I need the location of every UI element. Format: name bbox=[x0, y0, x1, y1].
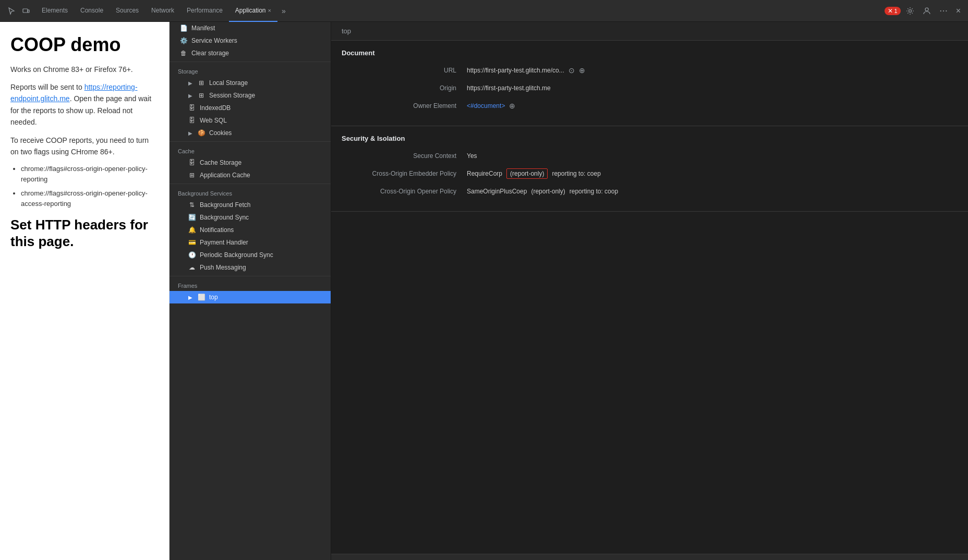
device-toggle-icon[interactable] bbox=[19, 5, 33, 17]
sidebar-item-top-frame[interactable]: ▶ ⬜ top bbox=[170, 291, 331, 303]
secure-context-row: Secure Context Yes bbox=[342, 150, 958, 162]
sidebar-item-manifest[interactable]: 📄 Manifest bbox=[170, 22, 331, 34]
topbar-right: ✕ 1 ⋯ × bbox=[885, 4, 964, 18]
origin-label: Origin bbox=[342, 84, 467, 92]
svg-point-3 bbox=[925, 8, 928, 11]
document-section: Document URL https://first-party-test.gl… bbox=[331, 41, 968, 126]
tab-sources[interactable]: Sources bbox=[110, 0, 145, 22]
notifications-icon: 🔔 bbox=[188, 226, 196, 234]
security-section-title: Security & Isolation bbox=[342, 135, 958, 142]
bullet-list: chrome://flags#cross-origin-opener-polic… bbox=[21, 164, 159, 209]
cache-storage-icon: 🗄 bbox=[188, 159, 196, 166]
divider-2 bbox=[170, 141, 331, 142]
navigate-url-icon[interactable]: ⊕ bbox=[579, 66, 585, 75]
settings-icon[interactable] bbox=[903, 5, 917, 17]
user-icon[interactable] bbox=[919, 5, 934, 17]
cookies-icon: 🍪 bbox=[198, 129, 205, 137]
bullet-item-2: chrome://flags#cross-origin-opener-polic… bbox=[21, 188, 159, 209]
document-section-title: Document bbox=[342, 49, 958, 57]
origin-row: Origin https://first-party-test.glitch.m… bbox=[342, 82, 958, 94]
error-badge[interactable]: ✕ 1 bbox=[885, 7, 901, 15]
url-label: URL bbox=[342, 67, 467, 74]
page-desc-4: To receive COOP reports, you need to tur… bbox=[10, 135, 159, 158]
owner-element-value: <#document> ⊕ bbox=[467, 102, 958, 110]
bg-sync-icon: 🔄 bbox=[188, 214, 196, 221]
svg-rect-1 bbox=[28, 10, 29, 13]
cache-section-label: Cache bbox=[170, 144, 331, 156]
sidebar-item-notifications[interactable]: 🔔 Notifications bbox=[170, 224, 331, 236]
owner-element-link[interactable]: <#document> bbox=[467, 102, 505, 109]
tab-performance[interactable]: Performance bbox=[180, 0, 229, 22]
main-layout: COOP demo Works on Chrome 83+ or Firefox… bbox=[0, 22, 968, 560]
sidebar-item-cookies[interactable]: ▶ 🍪 Cookies bbox=[170, 127, 331, 139]
footer-heading: Set HTTP headers for this page. bbox=[10, 217, 159, 249]
top-frame-arrow: ▶ bbox=[188, 295, 192, 300]
coep-highlight: (report-only) bbox=[506, 168, 548, 179]
owner-element-icon[interactable]: ⊕ bbox=[509, 102, 515, 110]
storage-section-label: Storage bbox=[170, 64, 331, 77]
sidebar-item-bg-fetch[interactable]: ⇅ Background Fetch bbox=[170, 199, 331, 211]
payment-handler-icon: 💳 bbox=[188, 239, 196, 246]
sidebar-item-indexeddb[interactable]: 🗄 IndexedDB bbox=[170, 102, 331, 114]
bg-fetch-icon: ⇅ bbox=[188, 201, 196, 209]
sidebar-item-push-messaging[interactable]: ☁ Push Messaging bbox=[170, 261, 331, 274]
devtools-sidebar: 📄 Manifest ⚙️ Service Workers 🗑 Clear st… bbox=[170, 22, 331, 560]
frames-section-label: Frames bbox=[170, 278, 331, 291]
secure-context-value: Yes bbox=[467, 152, 958, 160]
websql-icon: 🗄 bbox=[188, 117, 196, 124]
security-section: Security & Isolation Secure Context Yes … bbox=[331, 126, 968, 212]
origin-value: https://first-party-test.glitch.me bbox=[467, 84, 958, 92]
coep-label: Cross-Origin Embedder Policy bbox=[342, 170, 467, 177]
service-workers-icon: ⚙️ bbox=[180, 37, 187, 44]
arrow-icon-3: ▶ bbox=[188, 130, 192, 136]
tab-close-icon[interactable]: × bbox=[268, 7, 271, 14]
panel-spacer bbox=[331, 212, 968, 554]
page-content: COOP demo Works on Chrome 83+ or Firefox… bbox=[0, 22, 170, 560]
bg-services-section-label: Background Services bbox=[170, 186, 331, 199]
manifest-icon: 📄 bbox=[180, 25, 187, 32]
periodic-bg-sync-icon: 🕐 bbox=[188, 251, 196, 259]
coop-row: Cross-Origin Opener Policy SameOriginPlu… bbox=[342, 185, 958, 198]
sidebar-item-clear-storage[interactable]: 🗑 Clear storage bbox=[170, 47, 331, 59]
more-options-icon[interactable]: ⋯ bbox=[936, 4, 951, 18]
bullet-item-1: chrome://flags#cross-origin-opener-polic… bbox=[21, 164, 159, 184]
error-icon: ✕ bbox=[888, 7, 893, 15]
coop-value: SameOriginPlusCoep (report-only) reporti… bbox=[467, 188, 958, 195]
tab-network[interactable]: Network bbox=[145, 0, 180, 22]
copy-url-icon[interactable]: ⊙ bbox=[568, 66, 575, 75]
sidebar-item-websql[interactable]: 🗄 Web SQL bbox=[170, 114, 331, 127]
cursor-icon[interactable] bbox=[4, 5, 19, 17]
arrow-icon: ▶ bbox=[188, 80, 192, 86]
page-desc-1: Works on Chrome 83+ or Firefox 76+. bbox=[10, 64, 159, 75]
sidebar-item-bg-sync[interactable]: 🔄 Background Sync bbox=[170, 211, 331, 224]
sidebar-item-application-cache[interactable]: ⊞ Application Cache bbox=[170, 169, 331, 181]
tab-application[interactable]: Application × bbox=[229, 0, 277, 22]
devtools-main-panel: top Document URL https://first-party-tes… bbox=[331, 22, 968, 560]
owner-element-label: Owner Element bbox=[342, 102, 467, 109]
divider-3 bbox=[170, 184, 331, 184]
url-row: URL https://first-party-test.glitch.me/c… bbox=[342, 64, 958, 77]
coep-value: RequireCorp (report-only) reporting to: … bbox=[467, 168, 958, 179]
tab-elements[interactable]: Elements bbox=[35, 0, 74, 22]
top-frame-icon: ⬜ bbox=[198, 294, 205, 301]
tab-bar: Elements Console Sources Network Perform… bbox=[35, 0, 885, 22]
page-title: COOP demo bbox=[10, 34, 159, 55]
sidebar-item-periodic-bg-sync[interactable]: 🕐 Periodic Background Sync bbox=[170, 249, 331, 261]
scrollbar-bottom[interactable] bbox=[331, 554, 968, 560]
tab-console[interactable]: Console bbox=[74, 0, 110, 22]
push-messaging-icon: ☁ bbox=[188, 264, 196, 271]
coop-label: Cross-Origin Opener Policy bbox=[342, 188, 467, 195]
more-tabs-button[interactable]: » bbox=[277, 5, 290, 17]
sidebar-item-service-workers[interactable]: ⚙️ Service Workers bbox=[170, 34, 331, 47]
sidebar-item-cache-storage[interactable]: 🗄 Cache Storage bbox=[170, 156, 331, 169]
close-devtools-button[interactable]: × bbox=[953, 4, 964, 18]
owner-element-row: Owner Element <#document> ⊕ bbox=[342, 100, 958, 112]
sidebar-item-payment-handler[interactable]: 💳 Payment Handler bbox=[170, 236, 331, 249]
sidebar-item-local-storage[interactable]: ▶ ⊞ Local Storage bbox=[170, 77, 331, 89]
sidebar-item-session-storage[interactable]: ▶ ⊞ Session Storage bbox=[170, 89, 331, 102]
page-desc-2: Reports will be sent to https://reportin… bbox=[10, 81, 159, 128]
coep-row: Cross-Origin Embedder Policy RequireCorp… bbox=[342, 167, 958, 180]
divider-1 bbox=[170, 62, 331, 62]
error-count: 1 bbox=[894, 8, 898, 14]
panel-top-label: top bbox=[331, 22, 968, 41]
